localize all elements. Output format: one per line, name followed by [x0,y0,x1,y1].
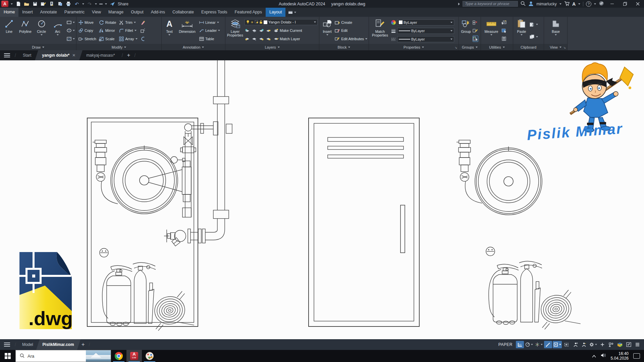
action-center-icon[interactable] [633,353,640,359]
feedback-icon[interactable] [599,1,604,7]
rotate-button[interactable]: Rotate [99,19,116,26]
help-icon[interactable]: ? [586,1,591,7]
layer-unlock-icon[interactable] [259,20,263,24]
tab-home[interactable]: Home [0,8,18,17]
share-icon[interactable] [109,1,115,7]
help-caret-icon[interactable] [594,3,596,5]
select-objects-button[interactable] [501,27,506,34]
paint-taskbar-icon[interactable] [142,350,157,362]
redo-button[interactable]: ↷ [87,1,93,7]
base-caret-icon[interactable] [555,34,557,36]
layer-combo-caret-icon[interactable] [314,21,316,23]
search-icon[interactable] [521,1,526,7]
layer-on-off-icon[interactable] [245,37,250,42]
erase-button[interactable] [140,19,145,26]
file-tab-makyaj-masasi[interactable]: makyaj-masası* [81,50,120,60]
layer-isolate-icon[interactable] [252,28,257,33]
panel-draw-label[interactable]: Draw [0,44,76,50]
tray-expand-icon[interactable] [592,353,596,359]
restore-button[interactable] [620,0,630,8]
app-menu-caret-icon[interactable] [11,3,13,5]
tab-annotate[interactable]: Annotate [37,8,61,17]
hatch-button[interactable] [66,36,75,42]
new-tab-button[interactable]: + [124,52,133,59]
model-tab[interactable]: Model [17,339,38,350]
circle-button[interactable]: Circle [34,18,49,43]
hardware-acceleration-button[interactable] [616,341,624,348]
tab-manage[interactable]: Manage [105,8,127,17]
copy-button[interactable]: Copy [78,27,96,34]
layout-tab-pislikmimar[interactable]: PislikMimar.com [38,339,79,350]
line-button[interactable]: Line [2,18,16,43]
supply-pipe-drawing[interactable] [164,60,229,246]
circle-caret-icon[interactable] [41,34,43,36]
search-input[interactable]: Type a keyword or phrase [463,1,518,7]
share-label[interactable]: Share [118,2,128,6]
properties-launcher-icon[interactable]: ↘ [454,46,457,49]
base-button[interactable]: Base [548,18,563,43]
layer-combo[interactable]: ☀ Yangın Dolabı - I [245,19,318,25]
file-tabs-menu-icon[interactable] [4,53,10,57]
group-button[interactable]: Group [460,18,472,43]
taskbar-search-input[interactable]: Ara [15,350,111,362]
quick-calc-button[interactable] [501,36,506,42]
layer-unlock2-icon[interactable] [266,37,271,42]
edit-attributes-button[interactable]: Edit Attributes [335,36,367,42]
save-as-button[interactable] [40,1,46,7]
cabinet-door-drawing[interactable] [309,118,419,326]
volume-icon[interactable] [601,353,606,359]
tab-layout[interactable]: Layout [266,8,286,17]
autodesk-app-icon[interactable]: A [572,1,576,7]
text-button[interactable]: A Text [163,18,175,43]
layer-properties-button[interactable]: Layer Properties [227,18,243,43]
open-file-button[interactable] [23,1,30,7]
panel-groups-label[interactable]: Groups [459,44,481,50]
selection-cycling-toggle[interactable] [562,341,571,348]
polyline-button[interactable]: Polyline [18,18,33,43]
grid-display-toggle[interactable] [516,341,524,348]
insert-button[interactable]: Insert [321,18,333,43]
panel-view-label[interactable]: View↘ [544,44,567,50]
insert-caret-icon[interactable] [326,34,328,36]
copy-clip-button[interactable] [530,34,538,40]
move-button[interactable]: Move [78,19,96,26]
object-isolate-button[interactable] [607,341,615,348]
paste-caret-icon[interactable] [521,34,523,36]
join-button[interactable] [140,36,145,42]
layer-off-icon[interactable] [245,28,250,33]
isoplane-toggle[interactable] [534,341,543,348]
autocad-logo-icon[interactable]: A [1,1,8,7]
tab-collaborate[interactable]: Collaborate [169,8,198,17]
hose-reel-equipment-drawing[interactable] [457,140,581,332]
file-tab-start[interactable]: Start [17,50,37,60]
group-selection-button[interactable] [473,36,478,42]
drawing-canvas[interactable]: Pislik Mimar .dwg [0,60,644,339]
group-edit-button[interactable] [473,27,478,34]
layer-on-icon[interactable] [246,20,250,24]
print-button[interactable] [65,1,71,7]
panel-modify-label[interactable]: Modify [76,44,161,50]
layer-freeze-icon[interactable] [259,28,264,33]
stretch-button[interactable]: Stretch [78,36,96,42]
new-file-button[interactable] [15,1,21,7]
taskbar-clock[interactable]: 16:405.04.2026 [611,351,629,361]
tab-express-tools[interactable]: Express Tools [198,8,231,17]
paper-space-drawing[interactable]: Pislik Mimar .dwg [0,60,644,339]
layer-merge-icon[interactable] [252,37,257,42]
minimize-button[interactable] [607,0,617,8]
username[interactable]: mimarlucky [536,2,557,6]
annotation-visibility-toggle[interactable] [571,341,579,348]
file-tab-yangin-dolabi[interactable]: yangın dolabı*✕ [37,50,81,60]
paste-button[interactable]: Paste [515,18,528,43]
redo-caret-icon[interactable] [95,3,97,5]
customization-menu-icon[interactable] [633,341,641,348]
snap-mode-toggle[interactable] [525,341,534,348]
annotation-scale-gear[interactable] [589,341,598,348]
paper-space-toggle[interactable]: PAPER [498,342,513,347]
layer-vp-freeze-icon[interactable] [255,20,258,24]
arc-caret-icon[interactable] [57,34,59,36]
measure-button[interactable]: Measure [483,18,500,43]
ortho-mode-toggle[interactable] [544,341,552,348]
layer-lock-icon[interactable] [266,28,271,33]
save-button[interactable] [32,1,38,7]
